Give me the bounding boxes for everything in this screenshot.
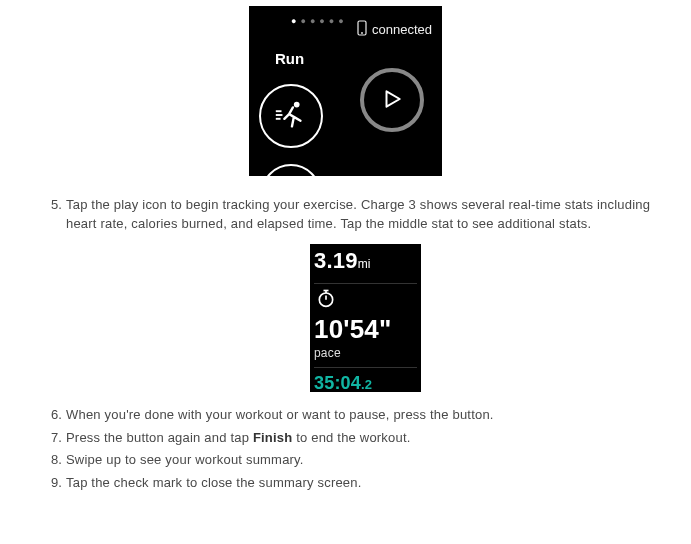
instruction-step-7: Press the button again and tap Finish to… xyxy=(66,429,665,448)
device-screenshot-2-wrap: 3.19mi xyxy=(66,244,665,392)
dot: ● xyxy=(300,16,305,26)
device-screenshot-1: ● ● ● ● ● ● connected Run xyxy=(249,6,442,176)
distance-readout: 3.19mi xyxy=(314,245,417,277)
instruction-step-8: Swipe up to see your workout summary. xyxy=(66,451,665,470)
connection-status: connected xyxy=(357,20,432,39)
instruction-list: Tap the play icon to begin tracking your… xyxy=(26,196,665,493)
elapsed-time: 35:04.2 xyxy=(314,370,417,396)
step-5-text: Tap the play icon to begin tracking your… xyxy=(66,197,650,231)
step-7-text-a: Press the button again and tap xyxy=(66,430,253,445)
svg-point-5 xyxy=(294,101,300,107)
instruction-step-5: Tap the play icon to begin tracking your… xyxy=(66,196,665,392)
stopwatch-icon xyxy=(316,288,336,314)
svg-point-7 xyxy=(319,293,332,306)
elapsed-tenths: .2 xyxy=(361,377,372,392)
step-6-text: When you're done with your workout or wa… xyxy=(66,407,494,422)
instruction-step-9: Tap the check mark to close the summary … xyxy=(66,474,665,493)
next-mode-ring-partial xyxy=(261,164,321,176)
dot: ● xyxy=(319,16,324,26)
svg-point-1 xyxy=(361,32,363,34)
phone-icon xyxy=(357,20,367,39)
running-icon xyxy=(272,96,310,137)
step-7-bold: Finish xyxy=(253,430,292,445)
play-icon xyxy=(381,88,403,113)
device-screenshot-2: 3.19mi xyxy=(310,244,421,392)
svg-marker-6 xyxy=(387,91,400,106)
middle-stat-panel: 10'54" pace xyxy=(314,283,417,368)
dot: ● xyxy=(329,16,334,26)
dot: ● xyxy=(310,16,315,26)
distance-value: 3.19 xyxy=(314,248,358,273)
document-page: ● ● ● ● ● ● connected Run xyxy=(0,0,691,507)
dot: ● xyxy=(338,16,343,26)
instruction-step-6: When you're done with your workout or wa… xyxy=(66,406,665,425)
device-screenshot-1-wrap: ● ● ● ● ● ● connected Run xyxy=(26,6,665,176)
pace-label: pace xyxy=(314,345,417,362)
step-9-text: Tap the check mark to close the summary … xyxy=(66,475,362,490)
elapsed-main: 35:04 xyxy=(314,373,361,393)
dot-active: ● xyxy=(291,16,296,26)
play-button-circle xyxy=(360,68,424,132)
exercise-mode-label: Run xyxy=(275,50,304,67)
connection-status-text: connected xyxy=(372,22,432,37)
distance-unit: mi xyxy=(358,257,371,271)
step-8-text: Swipe up to see your workout summary. xyxy=(66,452,304,467)
run-mode-icon-circle xyxy=(259,84,323,148)
pace-value: 10'54" xyxy=(314,316,417,342)
step-7-text-c: to end the workout. xyxy=(292,430,410,445)
